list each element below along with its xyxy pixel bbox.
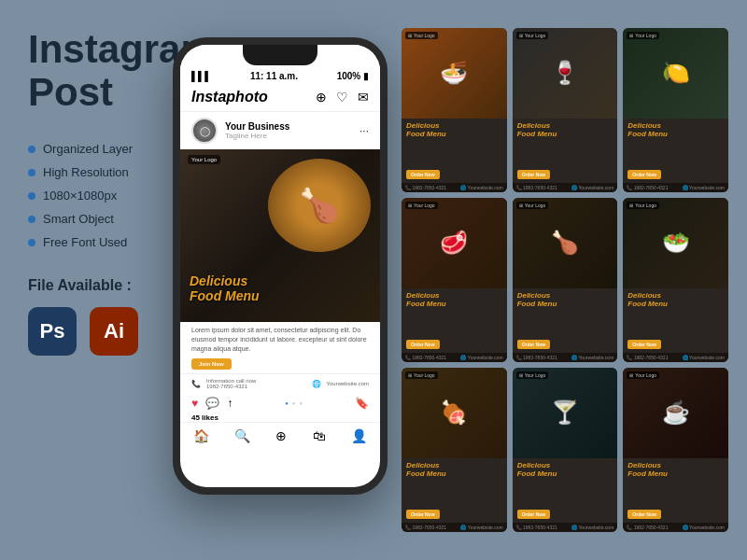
card-image-area: 🍖 ⊞ Your Logo bbox=[402, 368, 507, 458]
card-order-button[interactable]: Order Now bbox=[627, 170, 661, 179]
bookmark-icon[interactable]: 🔖 bbox=[355, 397, 369, 410]
card-food-icon: 🍋 bbox=[623, 28, 728, 119]
card-footer: 📞 1982-7650-4321 🌐 Yourwebsite.com bbox=[623, 353, 728, 362]
card-food-icon: 🍸 bbox=[513, 368, 618, 458]
post-food-title: DeliciousFood Menu bbox=[190, 274, 260, 303]
grid-card-3: 🥩 ⊞ Your Logo DeliciousFood Menu Order N… bbox=[402, 198, 507, 362]
card-logo-label: ⊞ Your Logo bbox=[627, 371, 659, 379]
profile-nav-icon[interactable]: 👤 bbox=[351, 428, 367, 443]
website-info: 🌐 Yourwebsite.com bbox=[312, 380, 369, 388]
card-website-text: 🌐 Yourwebsite.com bbox=[571, 185, 613, 190]
home-nav-icon[interactable]: 🏠 bbox=[193, 428, 209, 443]
add-nav-icon[interactable]: ⊕ bbox=[275, 428, 287, 443]
username: Your Business bbox=[225, 121, 352, 132]
web-icon: 🌐 bbox=[312, 380, 321, 388]
card-order-button[interactable]: Order Now bbox=[627, 340, 661, 349]
shop-nav-icon[interactable]: 🛍 bbox=[313, 428, 326, 443]
caption-text: Lorem ipsum dolor sit amet, consectetur … bbox=[191, 326, 369, 353]
card-food-icon: 🍖 bbox=[402, 368, 507, 458]
phone-mockup: ▌▌▌ 11: 11 a.m. 100% ▮ Instaphoto ⊕ ♡ ✉ … bbox=[173, 37, 388, 504]
card-order-button[interactable]: Order Now bbox=[517, 170, 551, 179]
more-options-icon[interactable]: ··· bbox=[359, 124, 369, 137]
bullet-icon bbox=[28, 239, 35, 246]
card-content: DeliciousFood Menu Order Now bbox=[623, 119, 728, 183]
like-icon[interactable]: ♥ bbox=[191, 397, 198, 410]
card-footer: 📞 1982-7650-4321 🌐 Yourwebsite.com bbox=[513, 353, 618, 362]
card-order-button[interactable]: Order Now bbox=[517, 340, 551, 349]
grid-icon: ⊞ bbox=[519, 33, 523, 38]
messenger-icon[interactable]: ✉ bbox=[358, 90, 369, 105]
grid-icon: ⊞ bbox=[629, 33, 633, 38]
user-tagline: Tagline Here bbox=[225, 132, 352, 140]
left-action-icons: ♥ 💬 ↑ bbox=[191, 397, 233, 410]
bullet-icon bbox=[28, 216, 35, 223]
card-order-button[interactable]: Order Now bbox=[406, 170, 440, 179]
card-content: DeliciousFood Menu Order Now bbox=[623, 288, 728, 353]
join-now-button[interactable]: Join Now bbox=[191, 358, 232, 370]
card-order-button[interactable]: Order Now bbox=[406, 340, 440, 349]
dots-indicator: ● ● ● bbox=[285, 400, 303, 406]
post-background: 🍗 Your Logo DeliciousFood Menu bbox=[180, 149, 380, 322]
card-title: DeliciousFood Menu bbox=[406, 292, 502, 309]
preview-grid: 🍜 ⊞ Your Logo DeliciousFood Menu Order N… bbox=[402, 28, 728, 532]
card-image-area: 🍷 ⊞ Your Logo bbox=[513, 28, 618, 119]
grid-icon: ⊞ bbox=[408, 33, 412, 38]
card-title: DeliciousFood Menu bbox=[406, 122, 502, 139]
feature-label: Organized Layer bbox=[43, 142, 133, 156]
feature-label: Smart Object bbox=[43, 212, 114, 226]
bullet-icon bbox=[28, 146, 35, 153]
card-phone-text: 📞 1982-7650-4321 bbox=[516, 185, 557, 190]
card-order-button[interactable]: Order Now bbox=[627, 510, 661, 519]
card-order-button[interactable]: Order Now bbox=[406, 510, 440, 519]
your-logo-badge: Your Logo bbox=[188, 155, 220, 164]
card-image-area: 🍸 ⊞ Your Logo bbox=[513, 368, 618, 458]
card-order-button[interactable]: Order Now bbox=[517, 510, 551, 519]
time-display: 11: 11 a.m. bbox=[250, 71, 298, 81]
phone-number: 1982-7650-4321 bbox=[206, 384, 256, 389]
post-footer: 📞 Information call now 1982-7650-4321 🌐 … bbox=[180, 373, 380, 393]
card-website-text: 🌐 Yourwebsite.com bbox=[571, 525, 613, 530]
heart-icon[interactable]: ♡ bbox=[336, 90, 348, 105]
card-website-text: 🌐 Yourwebsite.com bbox=[460, 355, 502, 360]
card-image-area: ☕ ⊞ Your Logo bbox=[623, 368, 728, 458]
card-logo-label: ⊞ Your Logo bbox=[516, 32, 549, 39]
add-post-icon[interactable]: ⊕ bbox=[316, 90, 327, 105]
instagram-header: Instaphoto ⊕ ♡ ✉ bbox=[180, 85, 380, 112]
phone-body: ▌▌▌ 11: 11 a.m. 100% ▮ Instaphoto ⊕ ♡ ✉ … bbox=[173, 37, 388, 495]
comment-icon[interactable]: 💬 bbox=[205, 397, 219, 410]
card-footer: 📞 1982-7650-4321 🌐 Yourwebsite.com bbox=[402, 353, 507, 362]
header-icons[interactable]: ⊕ ♡ ✉ bbox=[316, 90, 369, 105]
card-phone-text: 📞 1982-7650-4321 bbox=[627, 185, 668, 190]
bullet-icon bbox=[28, 169, 35, 176]
card-logo-label: ⊞ Your Logo bbox=[627, 202, 659, 209]
card-website-text: 🌐 Yourwebsite.com bbox=[683, 355, 725, 360]
card-food-icon: 🥗 bbox=[623, 198, 728, 288]
post-image: 🍗 Your Logo DeliciousFood Menu bbox=[180, 149, 380, 322]
card-image-area: 🍋 ⊞ Your Logo bbox=[623, 28, 728, 119]
phone-notch bbox=[243, 45, 317, 65]
card-image-area: 🍜 ⊞ Your Logo bbox=[402, 28, 507, 119]
card-footer: 📞 1982-7650-4321 🌐 Yourwebsite.com bbox=[623, 523, 728, 532]
card-image-area: 🍗 ⊞ Your Logo bbox=[513, 198, 618, 288]
card-content: DeliciousFood Menu Order Now bbox=[623, 458, 728, 523]
grid-card-0: 🍜 ⊞ Your Logo DeliciousFood Menu Order N… bbox=[402, 28, 507, 192]
user-avatar: ◯ bbox=[191, 118, 218, 144]
user-info: Your Business Tagline Here bbox=[225, 121, 352, 140]
bottom-nav[interactable]: 🏠 🔍 ⊕ 🛍 👤 bbox=[180, 422, 380, 449]
card-phone-text: 📞 1982-7650-4321 bbox=[627, 355, 668, 360]
card-content: DeliciousFood Menu Order Now bbox=[513, 119, 618, 183]
card-phone-text: 📞 1982-7650-4321 bbox=[627, 525, 668, 530]
grid-icon: ⊞ bbox=[519, 372, 523, 378]
card-food-icon: 🥩 bbox=[402, 198, 507, 288]
card-content: DeliciousFood Menu Order Now bbox=[513, 288, 618, 353]
post-caption: Lorem ipsum dolor sit amet, consectetur … bbox=[180, 322, 380, 373]
card-image-area: 🥗 ⊞ Your Logo bbox=[623, 198, 728, 288]
card-phone-text: 📞 1982-7650-4321 bbox=[516, 525, 557, 530]
card-title: DeliciousFood Menu bbox=[627, 292, 724, 309]
search-nav-icon[interactable]: 🔍 bbox=[234, 428, 250, 443]
share-icon[interactable]: ↑ bbox=[227, 397, 233, 410]
card-phone-text: 📞 1982-7650-4321 bbox=[516, 355, 557, 360]
feature-label: Free Font Used bbox=[43, 235, 127, 249]
contact-info: 📞 Information call now 1982-7650-4321 bbox=[191, 378, 256, 389]
card-footer: 📞 1982-7650-4321 🌐 Yourwebsite.com bbox=[402, 183, 507, 192]
